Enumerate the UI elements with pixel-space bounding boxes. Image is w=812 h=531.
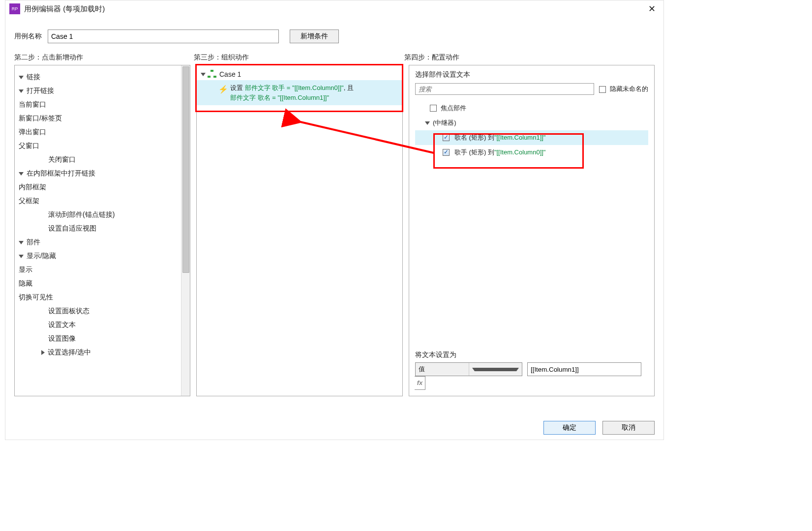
scrollbar-vertical[interactable]: [181, 65, 190, 396]
chevron-down-icon: [19, 76, 24, 79]
tree-show-hide[interactable]: 显示/隐藏: [19, 249, 181, 263]
widget-singer[interactable]: 歌手 (矩形) 到"[[Item.Column0]]": [415, 145, 648, 160]
tree-set-text[interactable]: 设置文本: [19, 318, 181, 332]
tree-inner-frame[interactable]: 内部框架: [19, 180, 181, 194]
tree-close-window[interactable]: 关闭窗口: [19, 153, 181, 167]
search-input[interactable]: [415, 83, 594, 95]
step2-header: 第二步：点击新增动作: [14, 53, 194, 62]
set-text-to-label: 将文本设置为: [415, 351, 648, 359]
configure-heading: 选择部件设置文本: [415, 70, 648, 79]
dialog-title: 用例编辑器 (每项加载时): [24, 4, 105, 14]
tree-set-panel-state[interactable]: 设置面板状态: [19, 304, 181, 318]
tree-scroll-widget[interactable]: 滚动到部件(锚点链接): [19, 208, 181, 222]
chevron-down-icon: [425, 121, 430, 125]
step3-header: 第三步：组织动作: [194, 53, 404, 62]
tree-current-window[interactable]: 当前窗口: [19, 98, 181, 112]
add-condition-button[interactable]: 新增条件: [290, 30, 339, 43]
case-node[interactable]: Case 1: [197, 65, 402, 80]
action-row[interactable]: ⚡ 设置 部件文字 歌手 = "[[Item.Column0]]", 且 部件文…: [197, 80, 402, 105]
widget-focus[interactable]: 焦点部件: [415, 101, 648, 116]
chevron-right-icon: [41, 350, 45, 355]
case-editor-dialog: RP 用例编辑器 (每项加载时) ✕ 用例名称 新增条件 第二步：点击新增动作 …: [5, 0, 664, 440]
dialog-footer: 确定 取消: [543, 421, 655, 435]
tree-show[interactable]: 显示: [19, 263, 181, 277]
scroll-thumb[interactable]: [182, 66, 189, 273]
tree-open-in-frame[interactable]: 在内部框架中打开链接: [19, 167, 181, 180]
app-icon: RP: [9, 3, 20, 14]
tree-links[interactable]: 链接: [19, 70, 181, 84]
titlebar: RP 用例编辑器 (每项加载时) ✕: [5, 0, 663, 17]
ok-button[interactable]: 确定: [543, 421, 596, 435]
checkbox-checked-icon[interactable]: [443, 149, 450, 156]
tree-new-window[interactable]: 新窗口/标签页: [19, 112, 181, 125]
case-name-row: 用例名称 新增条件: [5, 17, 663, 51]
bolt-icon: ⚡: [218, 84, 228, 95]
checkbox-icon[interactable]: [599, 86, 606, 93]
widget-repeater[interactable]: (中继器): [415, 116, 648, 130]
value-type-select[interactable]: 值: [415, 362, 522, 376]
chevron-down-icon: [19, 89, 24, 93]
tree-widgets[interactable]: 部件: [19, 236, 181, 249]
tree-parent-frame[interactable]: 父框架: [19, 194, 181, 208]
widget-tree: 焦点部件 (中继器) 歌名 (矩形) 到"[[Item.Column1]]" 歌…: [409, 99, 654, 347]
flow-icon: [208, 71, 216, 78]
chevron-down-icon: [19, 172, 24, 176]
case-name-label: 用例名称: [14, 32, 42, 41]
step-headers: 第二步：点击新增动作 第三步：组织动作 第四步：配置动作: [5, 51, 663, 65]
hide-unnamed-row[interactable]: 隐藏未命名的: [599, 85, 648, 93]
cancel-button[interactable]: 取消: [602, 421, 655, 435]
chevron-down-icon: [19, 255, 24, 258]
tree-set-adaptive[interactable]: 设置自适应视图: [19, 222, 181, 236]
tree-set-selected[interactable]: 设置选择/选中: [19, 346, 181, 359]
tree-set-image[interactable]: 设置图像: [19, 332, 181, 346]
chevron-down-icon: [201, 73, 206, 76]
tree-popup-window[interactable]: 弹出窗口: [19, 125, 181, 139]
organize-actions-panel: Case 1 ⚡ 设置 部件文字 歌手 = "[[Item.Column0]]"…: [196, 65, 403, 396]
case-name-input[interactable]: [48, 30, 279, 43]
widget-songname[interactable]: 歌名 (矩形) 到"[[Item.Column1]]": [415, 130, 648, 145]
checkbox-icon[interactable]: [430, 105, 437, 112]
tree-parent-window[interactable]: 父窗口: [19, 139, 181, 153]
actions-tree-panel: 链接 打开链接 当前窗口 新窗口/标签页 弹出窗口 父窗口 关闭窗口 在内部框架…: [14, 65, 190, 396]
chevron-down-icon: [469, 363, 522, 376]
chevron-down-icon: [19, 241, 24, 244]
checkbox-checked-icon[interactable]: [443, 134, 450, 141]
fx-button[interactable]: fx: [415, 376, 425, 390]
close-icon[interactable]: ✕: [644, 1, 660, 16]
step4-header: 第四步：配置动作: [404, 53, 655, 62]
case-label: Case 1: [219, 70, 241, 78]
hide-unnamed-label: 隐藏未命名的: [610, 85, 648, 92]
tree-hide[interactable]: 隐藏: [19, 277, 181, 291]
configure-action-panel: 选择部件设置文本 隐藏未命名的 焦点部件 (中继器): [409, 65, 655, 396]
value-input[interactable]: [527, 362, 641, 376]
actions-tree: 链接 打开链接 当前窗口 新窗口/标签页 弹出窗口 父窗口 关闭窗口 在内部框架…: [15, 65, 181, 396]
tree-toggle-vis[interactable]: 切换可见性: [19, 291, 181, 304]
tree-open-link[interactable]: 打开链接: [19, 84, 181, 98]
